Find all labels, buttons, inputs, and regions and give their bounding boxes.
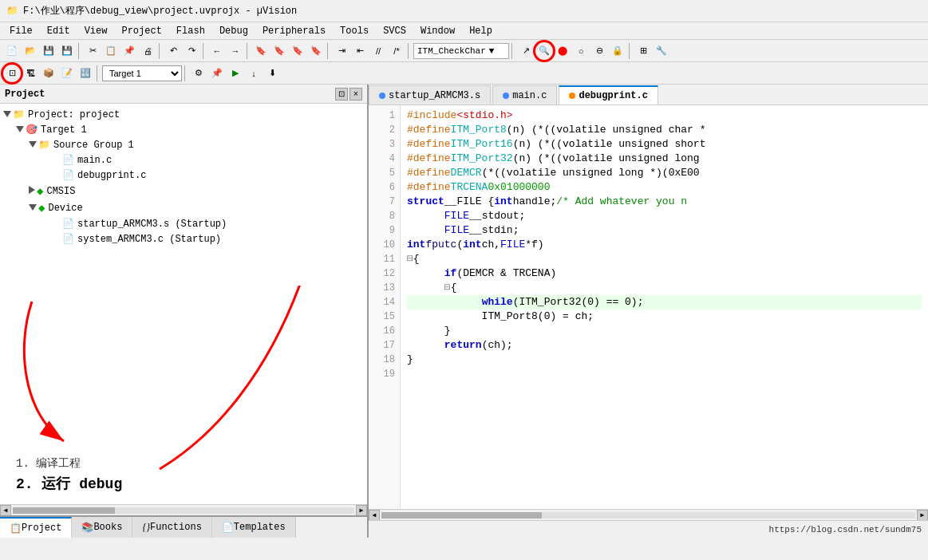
editor-hscroll-left[interactable]: ◀ [369,510,380,521]
editor-hscroll: ◀ ▶ [369,509,928,520]
menu-debug[interactable]: Debug [213,24,255,38]
code-line-13: ⊟{ [407,281,922,295]
tree-expand-sg [29,140,37,151]
tb-print-btn[interactable]: 🖨 [139,42,156,60]
bottom-tab-project[interactable]: 📋 Project [0,517,72,538]
editor-tab-mainc[interactable]: main.c [492,85,557,105]
tb-bookmark2-btn[interactable]: 🔖 [271,42,288,60]
mainc-tab-label: main.c [512,90,547,101]
panel-float-btn[interactable]: ⊡ [335,88,348,101]
tb2-ext-btn[interactable]: 📌 [208,65,226,82]
tb-save-all-btn[interactable]: 💾 [58,42,76,60]
menu-edit[interactable]: Edit [41,24,77,38]
tb-new-btn[interactable]: 📄 [3,42,21,60]
bottom-tab-templates[interactable]: 📄 Templates [212,517,296,538]
tree-label-system: system_ARMCM3.c (Startup) [77,234,221,245]
line-num-6: 6 [369,180,400,195]
tb-bookmark4-btn[interactable]: 🔖 [307,42,325,60]
tb-goto-btn[interactable]: ↗ [517,42,535,60]
menu-file[interactable]: File [3,24,39,38]
tree-label-root: Project: project [28,109,120,120]
tb2-load-btn[interactable]: ⬇ [263,65,281,82]
tb-settings-btn[interactable]: 🔧 [653,42,670,60]
project-icon: 📁 [13,108,25,120]
menu-window[interactable]: Window [414,24,461,38]
tb-indent-btn[interactable]: ⇥ [333,42,350,60]
editor-hscroll-track[interactable] [381,512,915,519]
cmsis-expand [29,186,35,197]
hscroll-left-btn[interactable]: ◀ [0,505,11,516]
toolbar-sep7 [511,43,515,59]
bottom-tab-books[interactable]: 📚 Books [72,517,132,538]
tb2-btn5[interactable]: 🔣 [77,65,94,82]
tb-open-btn[interactable]: 📂 [22,42,39,60]
menu-tools[interactable]: Tools [334,24,375,38]
panel-close-btn[interactable]: × [349,88,362,101]
tb-redo-btn[interactable]: ↷ [183,42,200,60]
tb-breakpoint-btn[interactable]: ⬤ [554,42,571,60]
tb-search-btn[interactable]: 🔍 [535,42,553,60]
tree-item-device[interactable]: ◆ Device [0,199,367,216]
tb-save-btn[interactable]: 💾 [40,42,57,60]
editor-hscroll-right[interactable]: ▶ [917,510,928,521]
active-file-dropdown[interactable]: ITM_CheckChar ▼ [413,43,509,59]
tb-fwd-btn[interactable]: → [227,42,244,60]
tb-copy-btn[interactable]: 📋 [102,42,120,60]
tree-item-system[interactable]: 📄 system_ARMCM3.c (Startup) [0,231,367,246]
code-content[interactable]: 1 2 3 4 5 6 7 8 9 10 11 12 13 14 15 16 1… [369,105,928,509]
tb-cut-btn[interactable]: ✂ [84,42,101,60]
editor-tab-debugprint[interactable]: debugprint.c [559,85,657,105]
target-icon: 🎯 [26,124,38,136]
tb-outdent-btn[interactable]: ⇤ [351,42,369,60]
tb-bp4-btn[interactable]: 🔒 [609,42,626,60]
code-text-area[interactable]: #include <stdio.h> #define ITM_Port8(n) … [401,105,928,509]
menu-flash[interactable]: Flash [170,24,211,38]
tb-comment-btn[interactable]: // [369,42,387,60]
bottom-tab-functions[interactable]: {} Functions [132,517,211,538]
tb-view-btn[interactable]: ⊞ [634,42,652,60]
hscroll-right-btn[interactable]: ▶ [356,505,367,516]
tb-back-btn[interactable]: ← [208,42,226,60]
menu-view[interactable]: View [78,24,114,38]
dropdown-arrow-icon[interactable]: ▼ [489,46,495,56]
tb-undo-btn[interactable]: ↶ [164,42,182,60]
tb2-btn3[interactable]: 📦 [40,65,57,82]
code-line-19 [407,367,922,381]
tree-item-target1[interactable]: 🎯 Target 1 [0,122,367,137]
tb2-manage-btn[interactable]: ⚙ [190,65,207,82]
panel-header: Project ⊡ × [0,85,367,104]
editor-area: startup_ARMCM3.s main.c debugprint.c 1 2… [369,85,928,538]
hscroll-thumb [13,507,115,514]
code-line-9: FILE __stdin; [407,223,922,238]
tree-item-root[interactable]: 📁 Project: project [0,107,367,122]
functions-tab-icon: {} [142,522,150,534]
tb-bookmark3-btn[interactable]: 🔖 [289,42,306,60]
tb-paste-btn[interactable]: 📌 [120,42,138,60]
menu-svcs[interactable]: SVCS [377,24,413,38]
tb-bp3-btn[interactable]: ⊖ [590,42,608,60]
tb2-btn1[interactable]: ⊡ [3,65,21,82]
tb-bookmark1-btn[interactable]: 🔖 [252,42,270,60]
tb2-run-btn[interactable]: ▶ [227,65,244,82]
tb2-btn4[interactable]: 📝 [58,65,76,82]
target-dropdown[interactable]: Target 1 [102,65,182,81]
line-num-19: 19 [369,367,400,381]
tb-bp2-btn[interactable]: ○ [572,42,590,60]
tree-item-debugprint[interactable]: 📄 debugprint.c [0,168,367,183]
tb2-step-btn[interactable]: ↓ [245,65,263,82]
tree-item-mainc[interactable]: 📄 main.c [0,152,367,168]
line-num-3: 3 [369,137,400,152]
toolbar-sep8 [629,43,632,59]
tree-item-cmsis[interactable]: ◆ CMSIS [0,183,367,199]
hscroll-track[interactable] [13,507,354,514]
tree-item-sourcegroup[interactable]: 📁 Source Group 1 [0,137,367,152]
tb2-btn2[interactable]: 🏗 [22,65,39,82]
editor-tab-startup[interactable]: startup_ARMCM3.s [369,85,491,105]
device-expand [29,203,37,214]
menu-project[interactable]: Project [115,24,168,38]
tb-uncomment-btn[interactable]: /* [388,42,405,60]
toolbar-sep2 [159,43,162,59]
tree-item-startup[interactable]: 📄 startup_ARMCM3.s (Startup) [0,216,367,231]
menu-help[interactable]: Help [463,24,499,38]
menu-peripherals[interactable]: Peripherals [256,24,332,38]
